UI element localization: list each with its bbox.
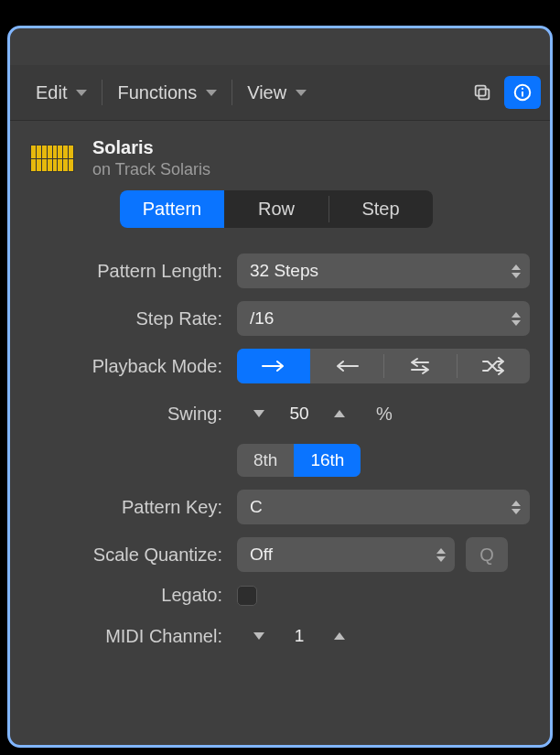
edit-menu-label: Edit — [36, 82, 67, 103]
chevron-up-icon — [334, 632, 345, 640]
pattern-length-select[interactable]: 32 Steps — [237, 253, 530, 288]
region-title: Solaris — [92, 137, 210, 158]
legato-label: Legato: — [30, 585, 237, 606]
playback-mode-label: Playback Mode: — [30, 356, 237, 377]
chevron-down-icon — [253, 632, 264, 640]
divider — [232, 80, 232, 105]
view-menu-label: View — [247, 82, 286, 103]
swing-8th-button[interactable]: 8th — [237, 444, 294, 477]
toolbar: Edit Functions View — [10, 65, 550, 121]
svg-point-4 — [522, 88, 523, 90]
tab-pattern[interactable]: Pattern — [120, 190, 224, 228]
legato-checkbox[interactable] — [237, 586, 257, 606]
pattern-key-select[interactable]: C — [237, 490, 530, 524]
scope-segmented: Pattern Row Step — [120, 190, 433, 228]
chevron-down-icon — [296, 90, 307, 96]
stepper-arrows-icon — [436, 548, 446, 562]
quantize-button[interactable]: Q — [466, 537, 508, 572]
step-rate-select[interactable]: /16 — [237, 301, 530, 336]
form: Pattern Length: 32 Steps Step Rate: /16 … — [10, 228, 550, 653]
step-rate-label: Step Rate: — [30, 308, 237, 329]
chevron-down-icon — [76, 90, 87, 96]
step-sequencer-icon — [30, 145, 74, 172]
chevron-up-icon — [334, 410, 345, 417]
stepper-arrows-icon — [512, 501, 521, 514]
pattern-length-label: Pattern Length: — [30, 261, 237, 282]
tab-row[interactable]: Row — [224, 190, 328, 228]
step-rate-value: /16 — [250, 308, 274, 329]
chevron-down-icon — [206, 90, 217, 96]
region-header: Solaris on Track Solaris — [10, 121, 550, 179]
svg-rect-0 — [479, 89, 489, 99]
info-icon-button[interactable] — [504, 76, 541, 109]
tab-step[interactable]: Step — [328, 190, 433, 228]
swing-16th-button[interactable]: 16th — [294, 444, 361, 477]
region-subtitle: on Track Solaris — [92, 160, 210, 179]
svg-rect-1 — [476, 86, 486, 96]
swing-label: Swing: — [30, 404, 237, 425]
playback-mode-segmented — [237, 349, 530, 383]
swing-value[interactable]: 50 — [272, 404, 327, 424]
scale-quantize-value: Off — [250, 545, 273, 565]
stepper-arrows-icon — [512, 264, 521, 278]
pattern-key-value: C — [250, 497, 263, 517]
decrement-button[interactable] — [246, 401, 272, 426]
stepper-arrows-icon — [512, 312, 521, 326]
pattern-key-label: Pattern Key: — [30, 497, 237, 518]
playback-forward-button[interactable] — [237, 349, 310, 383]
view-menu[interactable]: View — [236, 77, 318, 109]
functions-menu-label: Functions — [117, 82, 197, 103]
decrement-button[interactable] — [246, 623, 272, 649]
pattern-length-value: 32 Steps — [250, 261, 318, 281]
functions-menu[interactable]: Functions — [106, 77, 228, 109]
swing-division-segmented: 8th 16th — [237, 444, 361, 477]
inspector-window: Edit Functions View — [7, 26, 553, 748]
midi-channel-stepper[interactable]: 1 — [237, 619, 361, 653]
copy-icon-button[interactable] — [464, 76, 501, 109]
scale-quantize-label: Scale Quantize: — [30, 545, 237, 566]
increment-button[interactable] — [327, 623, 352, 649]
chevron-down-icon — [253, 410, 264, 417]
playback-pingpong-button[interactable] — [383, 349, 457, 383]
swing-unit: % — [376, 404, 393, 425]
midi-channel-label: MIDI Channel: — [30, 626, 237, 647]
swing-stepper[interactable]: 50 — [237, 396, 361, 431]
playback-backward-button[interactable] — [310, 349, 383, 383]
increment-button[interactable] — [327, 401, 352, 426]
edit-menu[interactable]: Edit — [25, 77, 98, 109]
playback-random-button[interactable] — [457, 349, 530, 383]
divider — [102, 80, 102, 105]
scale-quantize-select[interactable]: Off — [237, 537, 455, 572]
midi-channel-value[interactable]: 1 — [272, 626, 327, 646]
